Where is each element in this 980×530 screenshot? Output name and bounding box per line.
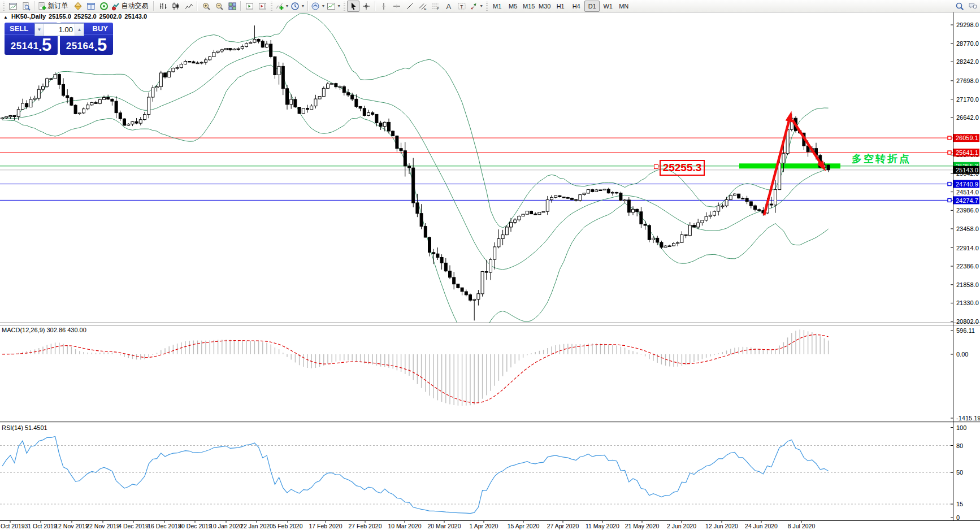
toolbar-trendline-button[interactable] [404, 1, 416, 12]
toolbar-profiles-button[interactable]: ▼ [310, 1, 326, 12]
toolbar-data-window-button[interactable] [85, 1, 97, 12]
date-label: 22 Nov 2019 [86, 523, 120, 529]
toolbar-templates-button[interactable]: ▼ [326, 1, 341, 12]
svg-text:24740.9: 24740.9 [956, 181, 978, 188]
hline-handle[interactable] [948, 151, 951, 154]
toolbar-channel-button[interactable]: E [417, 1, 429, 12]
candle [412, 158, 415, 207]
toolbar-bar-chart-button[interactable] [157, 1, 169, 12]
candle [827, 165, 830, 172]
chevron-down-icon[interactable]: ▼ [301, 4, 305, 8]
chevron-down-icon[interactable]: ▼ [285, 4, 289, 8]
volume-input[interactable] [44, 24, 75, 36]
hline-handle[interactable] [948, 136, 951, 140]
toolbar-separator [34, 1, 35, 11]
candle [139, 117, 142, 125]
toolbar-arrows-button[interactable]: ▼ [469, 1, 484, 12]
toolbar-hline-button[interactable] [391, 1, 403, 12]
price-tick-label: 24514.0 [956, 189, 979, 196]
toolbar-line-chart-button[interactable] [183, 1, 195, 12]
candle [241, 45, 244, 50]
candle [270, 40, 272, 58]
volume-decrease-button[interactable]: ▼ [35, 24, 44, 36]
timeframe-button-m1[interactable]: M1 [489, 1, 505, 12]
candle [709, 211, 712, 219]
date-label: 4 Dec 2019 [118, 523, 149, 529]
sell-price-main: 25141 [11, 39, 39, 54]
chevron-down-icon[interactable]: ▼ [337, 4, 341, 8]
toolbar-tile-windows-button[interactable] [226, 1, 239, 12]
timeframe-button-m15[interactable]: M15 [521, 1, 536, 12]
timeframe-button-mn[interactable]: MN [616, 1, 631, 12]
date-label: 27 Apr 2020 [547, 523, 579, 529]
sell-price-frac: 5 [42, 37, 51, 54]
toolbar-autotrade-button[interactable]: 自动交易 [111, 1, 151, 12]
toolbar-fibonacci-button[interactable]: F [430, 1, 442, 12]
toolbar-zoom-out-button[interactable] [213, 1, 226, 12]
toolbar-strategy-signal-button[interactable] [98, 1, 110, 12]
rsi-tick-label: 50 [956, 469, 963, 476]
bar-chart-icon [158, 2, 167, 11]
turning-point-annotation[interactable]: 多空转折点 [852, 152, 911, 166]
chart-forward-icon [245, 2, 254, 11]
toolbar-periods-button[interactable]: ▼ [290, 1, 305, 12]
candle [684, 234, 687, 238]
rsi-tick-label: 100 [956, 424, 966, 431]
cursor-icon [349, 2, 358, 11]
date-axis[interactable]: 1 Oct 201931 Oct 201912 Nov 201922 Nov 2… [0, 521, 815, 530]
macd-histogram [2, 329, 829, 406]
hline-handle[interactable] [948, 198, 951, 202]
price-annotation-handle[interactable] [654, 164, 658, 169]
bollinger-upper-band [2, 14, 829, 228]
toolbar-chart-forward-button[interactable] [244, 1, 256, 12]
date-label: 20 Mar 2020 [428, 523, 461, 529]
toolbar-cursor-button[interactable] [347, 1, 359, 12]
date-label: 5 Feb 2020 [272, 523, 302, 529]
toolbar-print-preview-button[interactable] [20, 1, 32, 12]
toolbar-new-order-button[interactable]: 新订单 [37, 1, 71, 12]
toolbar-vline-button[interactable] [378, 1, 390, 12]
timeframe-button-m30[interactable]: M30 [537, 1, 552, 12]
toolbar-chart-window-button[interactable] [7, 1, 19, 12]
toolbar-market-watch-button[interactable] [72, 1, 84, 12]
candle [103, 95, 106, 99]
zoom-in-icon [202, 2, 211, 11]
toolbar-add-indicator-button[interactable]: ▼ [275, 1, 290, 12]
channel-icon: E [418, 2, 427, 11]
date-label: 30 Dec 2019 [178, 523, 212, 529]
chevron-down-icon[interactable]: ▼ [479, 4, 483, 8]
candle [253, 25, 256, 43]
toolbar-text-button[interactable]: A [443, 1, 455, 12]
timeframe-button-h4[interactable]: H4 [569, 1, 584, 12]
chevron-down-icon[interactable]: ▼ [321, 4, 325, 8]
price-badge: 24740.9 [953, 180, 979, 188]
price-badge: 26059.1 [953, 134, 979, 142]
price-annotation-label[interactable]: 25255.3 [660, 160, 705, 176]
candle [266, 41, 268, 48]
chart-window-icon [8, 2, 18, 11]
volume-increase-button[interactable]: ▲ [75, 24, 84, 36]
timeframe-button-w1[interactable]: W1 [600, 1, 615, 12]
trendline-icon [405, 2, 414, 11]
candle [648, 224, 651, 242]
timeframe-button-h1[interactable]: H1 [553, 1, 568, 12]
toolbar-candlestick-button[interactable] [170, 1, 182, 12]
collapse-panel-icon[interactable]: ▲ [3, 15, 8, 20]
toolbar-search-button[interactable] [953, 1, 966, 12]
candle [615, 192, 618, 195]
toolbar-crosshair-button[interactable] [360, 1, 372, 12]
candle [575, 199, 578, 202]
trend-arrow-line[interactable] [792, 120, 823, 167]
candle [192, 61, 195, 64]
candle [159, 71, 162, 90]
hline-handle[interactable] [948, 183, 951, 186]
toolbar-zoom-in-button[interactable] [200, 1, 213, 12]
zoom-out-icon [215, 2, 224, 11]
add-indicator-icon [275, 2, 284, 11]
timeframe-button-d1[interactable]: D1 [584, 1, 600, 12]
chart-canvas[interactable]: 29298.028770.028242.027698.027170.026642… [0, 0, 980, 530]
toolbar-label-button[interactable]: T [456, 1, 468, 12]
toolbar-chart-shift-button[interactable] [257, 1, 269, 12]
toolbar-chat-button[interactable] [966, 1, 979, 12]
timeframe-button-m5[interactable]: M5 [505, 1, 521, 12]
